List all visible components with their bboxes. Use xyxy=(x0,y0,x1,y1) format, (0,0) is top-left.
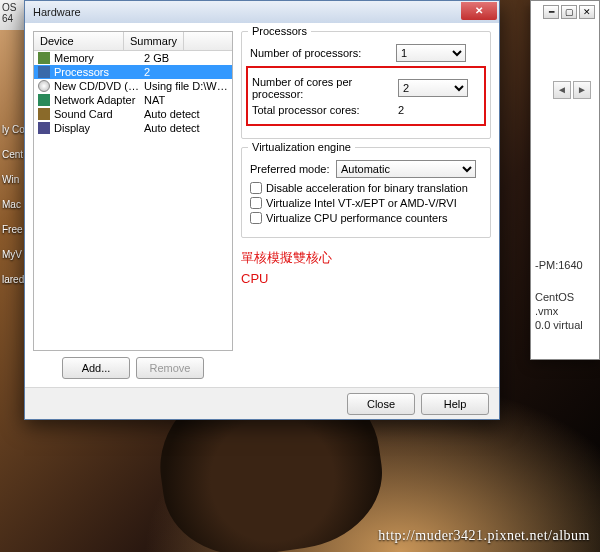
close-icon[interactable]: ✕ xyxy=(579,5,595,19)
preferred-mode-label: Preferred mode: xyxy=(250,163,330,175)
device-name: Processors xyxy=(54,66,140,78)
close-button[interactable]: ✕ xyxy=(461,2,497,20)
watermark-text: http://muder3421.pixnet.net/album xyxy=(378,528,590,544)
device-summary: 2 GB xyxy=(144,52,228,64)
hardware-dialog: Hardware ✕ Device Summary Memory2 GBProc… xyxy=(24,0,500,420)
help-button[interactable]: Help xyxy=(421,393,489,415)
side-line: CentOS xyxy=(535,291,574,303)
device-icon xyxy=(38,122,50,134)
nav-back-icon[interactable]: ◄ xyxy=(553,81,571,99)
device-icon xyxy=(38,108,50,120)
virtualize-vt-checkbox[interactable] xyxy=(250,197,262,209)
close-dialog-button[interactable]: Close xyxy=(347,393,415,415)
checkbox-label: Disable acceleration for binary translat… xyxy=(266,182,468,194)
device-list[interactable]: Device Summary Memory2 GBProcessors2New … xyxy=(33,31,233,351)
processors-group: Processors Number of processors: 1 Numbe… xyxy=(241,31,491,139)
device-summary: Using file D:\Win10TechPreview-x... xyxy=(144,80,228,92)
device-name: Sound Card xyxy=(54,108,140,120)
checkbox-label: Virtualize CPU performance counters xyxy=(266,212,447,224)
num-processors-label: Number of processors: xyxy=(250,47,390,59)
device-summary: Auto detect xyxy=(144,108,228,120)
maximize-icon[interactable]: ▢ xyxy=(561,5,577,19)
total-cores-label: Total processor cores: xyxy=(252,104,392,116)
background-window: ━ ▢ ✕ ◄ ► -PM:1640 CentOS .vmx 0.0 virtu… xyxy=(530,0,600,360)
dialog-title: Hardware xyxy=(29,6,81,18)
disable-accel-checkbox[interactable] xyxy=(250,182,262,194)
group-title: Virtualization engine xyxy=(248,141,355,153)
device-row[interactable]: Memory2 GB xyxy=(34,51,232,65)
highlight-box: Number of cores per processor: 2 Total p… xyxy=(246,66,486,126)
titlebar[interactable]: Hardware ✕ xyxy=(25,1,499,23)
device-row[interactable]: Network AdapterNAT xyxy=(34,93,232,107)
virtualize-counters-checkbox[interactable] xyxy=(250,212,262,224)
preferred-mode-select[interactable]: Automatic xyxy=(336,160,476,178)
add-button[interactable]: Add... xyxy=(62,357,130,379)
device-name: Network Adapter xyxy=(54,94,140,106)
device-row[interactable]: Processors2 xyxy=(34,65,232,79)
device-summary: Auto detect xyxy=(144,122,228,134)
side-line: .vmx xyxy=(535,305,558,317)
group-title: Processors xyxy=(248,25,311,37)
side-line: 0.0 virtual xyxy=(535,319,583,331)
device-summary: 2 xyxy=(144,66,228,78)
device-icon xyxy=(38,80,50,92)
device-summary: NAT xyxy=(144,94,228,106)
dialog-footer: Close Help xyxy=(25,387,499,419)
device-name: Memory xyxy=(54,52,140,64)
cores-per-processor-label: Number of cores per processor: xyxy=(252,76,392,100)
device-icon xyxy=(38,66,50,78)
device-row[interactable]: Sound CardAuto detect xyxy=(34,107,232,121)
side-time: -PM:1640 xyxy=(535,259,583,271)
remove-button[interactable]: Remove xyxy=(136,357,204,379)
cores-per-processor-select[interactable]: 2 xyxy=(398,79,468,97)
device-row[interactable]: New CD/DVD (I...Using file D:\Win10TechP… xyxy=(34,79,232,93)
total-cores-value: 2 xyxy=(398,104,418,116)
num-processors-select[interactable]: 1 xyxy=(396,44,466,62)
nav-fwd-icon[interactable]: ► xyxy=(573,81,591,99)
device-icon xyxy=(38,94,50,106)
device-row[interactable]: DisplayAuto detect xyxy=(34,121,232,135)
device-name: New CD/DVD (I... xyxy=(54,80,140,92)
device-icon xyxy=(38,52,50,64)
virtualization-group: Virtualization engine Preferred mode: Au… xyxy=(241,147,491,238)
device-name: Display xyxy=(54,122,140,134)
annotation-text: 單核模擬雙核心 CPU xyxy=(241,248,491,290)
checkbox-label: Virtualize Intel VT-x/EPT or AMD-V/RVI xyxy=(266,197,457,209)
minimize-icon[interactable]: ━ xyxy=(543,5,559,19)
device-list-header: Device Summary xyxy=(34,32,232,51)
